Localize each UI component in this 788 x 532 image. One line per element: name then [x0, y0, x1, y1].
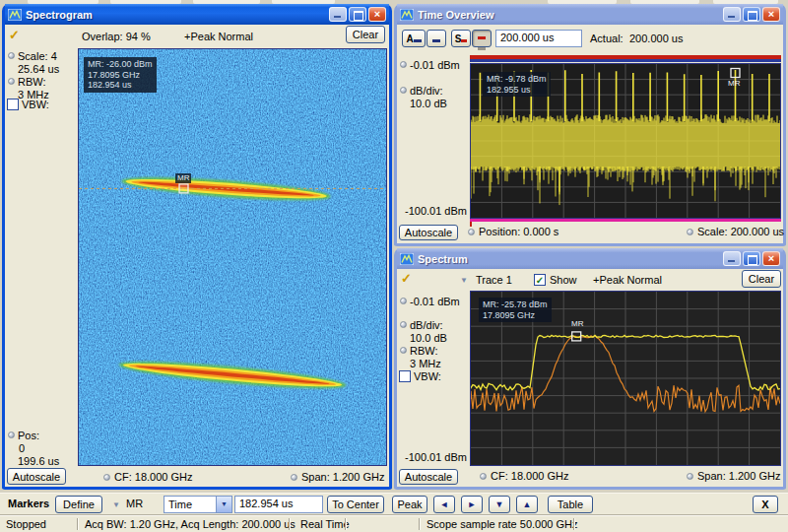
- minimize-icon[interactable]: [329, 7, 347, 22]
- maximize-icon[interactable]: [349, 7, 366, 22]
- marker-type-select[interactable]: Time ▼: [164, 496, 232, 513]
- bottom-level-value: -100.01 dBm: [405, 205, 467, 217]
- status-divider: [77, 518, 78, 530]
- close-icon[interactable]: ×: [368, 7, 386, 22]
- pos-value: 0: [19, 442, 25, 454]
- marker-mr-label[interactable]: MR: [175, 173, 191, 183]
- marker-mr-label[interactable]: MR: [569, 319, 585, 329]
- analysis-length-input[interactable]: 200.000 us: [495, 30, 582, 47]
- autoscale-button[interactable]: Autoscale: [399, 225, 458, 240]
- status-divider: [419, 518, 420, 530]
- trace-dropdown-icon[interactable]: ▼: [460, 276, 468, 285]
- position-indicator-bar[interactable]: [470, 219, 781, 222]
- marker-frequency: 17.8095 GHz: [88, 70, 153, 81]
- marker-frequency: 17.8095 GHz: [483, 310, 548, 321]
- close-icon[interactable]: ×: [762, 7, 780, 22]
- status-bar: Stopped Acq BW: 1.20 GHz, Acq Length: 20…: [0, 514, 788, 532]
- top-level-knob-icon: [400, 298, 407, 304]
- dbdiv-label[interactable]: dB/div:: [410, 85, 443, 97]
- markers-toolbar: Markers Define ▼ MR Time ▼ 182.954 us To…: [0, 493, 788, 514]
- maximize-icon[interactable]: [743, 251, 760, 266]
- define-markers-button[interactable]: Define: [55, 496, 102, 513]
- peak-up-icon[interactable]: ▲: [516, 496, 538, 513]
- to-center-button[interactable]: To Center: [327, 496, 384, 513]
- marker-table-button[interactable]: Table: [548, 496, 593, 513]
- analysis-auto-button[interactable]: A: [402, 30, 426, 47]
- vbw-label: VBW:: [22, 99, 49, 110]
- analysis-manual-button[interactable]: [427, 30, 446, 47]
- minimize-icon[interactable]: [723, 251, 741, 266]
- marker-position-input[interactable]: 182.954 us: [234, 496, 323, 513]
- detector-mode-label[interactable]: +Peak Normal: [593, 274, 662, 286]
- close-icon[interactable]: ×: [762, 251, 780, 266]
- span-setting[interactable]: Span: 1.200 GHz: [301, 471, 384, 483]
- top-level-setting[interactable]: -0.01 dBm: [410, 59, 460, 71]
- rbw-label[interactable]: RBW:: [410, 345, 438, 357]
- center-frequency-setting[interactable]: CF: 18.000 GHz: [491, 470, 568, 482]
- peak-down-icon[interactable]: ▼: [489, 496, 510, 513]
- pos-time-value: 199.6 us: [18, 455, 59, 467]
- vbw-checkbox[interactable]: [399, 370, 411, 382]
- pos-label[interactable]: Pos:: [18, 430, 39, 441]
- maximize-icon[interactable]: [743, 7, 760, 22]
- peak-right-icon[interactable]: ►: [461, 496, 483, 513]
- scale-time-value: 25.64 us: [18, 63, 59, 75]
- clear-button[interactable]: Clear: [346, 26, 385, 43]
- status-divider: [289, 518, 290, 530]
- scale-setting[interactable]: Scale: 4: [18, 50, 57, 62]
- pos-knob-icon: [8, 432, 15, 438]
- status-divider: [345, 518, 346, 530]
- app-window-icon: [400, 9, 414, 21]
- dbdiv-label[interactable]: dB/div:: [410, 319, 443, 331]
- clear-button[interactable]: Clear: [742, 270, 781, 288]
- trace-selector[interactable]: Trace 1: [476, 274, 512, 286]
- top-level-setting[interactable]: -0.01 dBm: [410, 296, 460, 307]
- show-checkbox[interactable]: ✓: [534, 274, 546, 286]
- marker-mr-label[interactable]: MR: [726, 79, 742, 89]
- autoscale-button[interactable]: Autoscale: [399, 469, 458, 485]
- spectrum-length-bar[interactable]: [470, 59, 781, 62]
- marker-power: MR: -9.78 dBm: [487, 74, 547, 85]
- detector-mode-label[interactable]: +Peak Normal: [184, 31, 253, 42]
- time-overview-chart[interactable]: MR: -9.78 dBm 182.955 us MR: [470, 63, 781, 219]
- center-frequency-setting[interactable]: CF: 18.000 GHz: [114, 471, 192, 483]
- spectrogram-window: Spectrogram × ✓ Overlap: 94 % +Peak Norm…: [2, 4, 392, 490]
- minimize-icon[interactable]: [723, 7, 741, 22]
- spectrum-time-label: S: [455, 33, 462, 44]
- time-overview-titlebar[interactable]: Time Overview ×: [397, 4, 783, 25]
- rbw-label[interactable]: RBW:: [18, 76, 46, 88]
- selected-marker-label[interactable]: MR: [126, 498, 143, 509]
- marker-select-dropdown-icon[interactable]: ▼: [112, 500, 120, 509]
- valid-check-icon: ✓: [9, 28, 20, 42]
- scale-setting[interactable]: Scale: 200.000 us: [697, 226, 784, 237]
- spectrum-time-auto-button[interactable]: S: [451, 30, 471, 47]
- dash-icon: [432, 39, 440, 42]
- spectrum-title: Spectrum: [418, 253, 723, 265]
- top-level-knob-icon: [400, 61, 407, 68]
- dbdiv-knob-icon: [400, 87, 407, 94]
- marker-readout: MR: -26.00 dBm 17.8095 GHz 182.954 us: [84, 57, 157, 93]
- dbdiv-knob-icon: [400, 321, 407, 328]
- valid-check-icon: ✓: [401, 271, 412, 286]
- marker-power: MR: -26.00 dBm: [88, 59, 153, 70]
- position-knob-icon: [468, 229, 475, 235]
- vbw-checkbox[interactable]: [7, 99, 19, 110]
- markers-label: Markers: [8, 498, 49, 509]
- spectrum-chart[interactable]: MR: -25.78 dBm 17.8095 GHz MR: [470, 291, 781, 466]
- spectrogram-titlebar[interactable]: Spectrogram ×: [5, 4, 389, 25]
- spectrum-time-manual-button[interactable]: [472, 30, 492, 47]
- peak-left-icon[interactable]: ◄: [433, 496, 455, 513]
- app-window-icon: [400, 253, 414, 265]
- spectrogram-chart[interactable]: MR: -26.00 dBm 17.8095 GHz 182.954 us MR: [78, 48, 387, 466]
- peak-button[interactable]: Peak: [392, 496, 427, 513]
- autoscale-button[interactable]: Autoscale: [7, 468, 66, 485]
- overlap-setting[interactable]: Overlap: 94 %: [82, 31, 151, 42]
- span-setting[interactable]: Span: 1.200 GHz: [697, 470, 780, 482]
- time-overview-title: Time Overview: [418, 9, 723, 21]
- close-markers-button[interactable]: X: [753, 496, 778, 513]
- spectrum-titlebar[interactable]: Spectrum ×: [397, 248, 783, 269]
- app-window-icon: [8, 9, 22, 21]
- spectrogram-plot[interactable]: [79, 49, 386, 465]
- combo-dropdown-icon[interactable]: ▼: [216, 497, 231, 512]
- position-setting[interactable]: Position: 0.000 s: [479, 226, 558, 237]
